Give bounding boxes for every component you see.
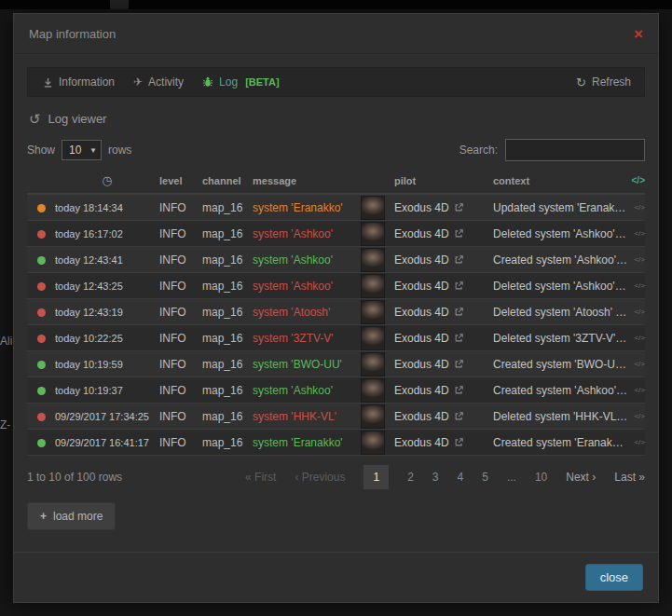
log-table: ◷ level channel message pilot context </… <box>27 171 645 456</box>
search-control: Search: <box>459 139 645 161</box>
row-code-icon[interactable]: </> <box>628 229 645 238</box>
dialog-footer: close <box>14 552 658 602</box>
code-icon: </> <box>628 175 645 185</box>
table-row: today 10:22:25INFOmap_16system '3ZTV-V'E… <box>27 325 645 351</box>
pilot-name: Exodus 4D <box>389 280 493 293</box>
row-code-icon[interactable]: </> <box>628 334 645 342</box>
load-more-label: load more <box>53 510 103 523</box>
row-code-icon[interactable]: </> <box>628 281 645 290</box>
tab-information[interactable]: Information <box>34 68 124 96</box>
log-level: INFO <box>159 332 202 345</box>
share-icon <box>455 438 463 446</box>
log-message: system '3ZTV-V' <box>253 332 361 345</box>
table-row: 09/29/2017 16:41:17INFOmap_16system 'Era… <box>27 430 645 456</box>
pagination-page-10[interactable]: 10 <box>535 471 547 484</box>
pagination-last[interactable]: Last » <box>614 471 645 484</box>
bug-icon <box>202 76 213 88</box>
pagination-page-3[interactable]: 3 <box>432 471 439 484</box>
background-topbar <box>0 0 672 9</box>
status-dot <box>27 253 55 267</box>
pilot-avatar <box>361 248 389 272</box>
row-code-icon[interactable]: </> <box>628 308 645 316</box>
row-code-icon[interactable]: </> <box>628 255 645 264</box>
history-icon: ↺ <box>29 112 41 126</box>
pilot-avatar <box>361 300 389 324</box>
pagination-first[interactable]: « First <box>245 471 276 484</box>
page-background: Ali Z- Map information × Information ✈ A… <box>0 0 672 616</box>
page-size-control: Show 10 ▼ rows <box>27 140 131 160</box>
header-level[interactable]: level <box>159 175 202 186</box>
log-level: INFO <box>159 280 202 293</box>
pagination-next[interactable]: Next › <box>566 471 596 484</box>
pagination-page-5[interactable]: 5 <box>482 471 488 484</box>
log-time: today 16:17:02 <box>55 228 159 240</box>
load-more-row: + load more <box>27 502 645 530</box>
log-context: Deleted system 'Atoosh' #… <box>493 306 628 319</box>
header-message[interactable]: message <box>253 175 361 186</box>
share-icon <box>455 412 463 420</box>
log-context: Created system 'Ashkoo' … <box>493 384 628 397</box>
log-level: INFO <box>159 410 202 423</box>
status-dot <box>27 227 55 240</box>
pilot-name: Exodus 4D <box>389 306 493 319</box>
close-icon[interactable]: × <box>634 26 643 42</box>
background-topbar-chip <box>110 0 129 9</box>
share-icon <box>455 308 463 316</box>
log-context: Deleted system '3ZTV-V' #… <box>493 332 628 345</box>
pilot-avatar <box>361 404 389 429</box>
header-channel[interactable]: channel <box>202 175 253 186</box>
table-row: today 12:43:25INFOmap_16system 'Ashkoo'E… <box>27 273 645 299</box>
status-dot <box>27 436 55 449</box>
pagination-page-4[interactable]: 4 <box>458 471 464 484</box>
log-message: system 'Eranakko' <box>253 436 361 449</box>
log-channel: map_16 <box>202 201 253 214</box>
log-time: 09/29/2017 17:34:25 <box>55 411 159 422</box>
row-code-icon[interactable]: </> <box>628 386 645 394</box>
close-button[interactable]: close <box>585 564 643 591</box>
log-time: today 12:43:19 <box>55 307 159 318</box>
table-row: today 10:19:37INFOmap_16system 'Ashkoo'E… <box>27 377 645 404</box>
background-text-fragment: Z- <box>0 418 14 431</box>
pilot-name: Exodus 4D <box>389 436 493 449</box>
share-icon <box>455 281 463 290</box>
log-channel: map_16 <box>202 358 253 371</box>
log-message: system 'Ashkoo' <box>253 227 361 240</box>
table-controls: Show 10 ▼ rows Search: <box>27 139 645 161</box>
load-more-button[interactable]: + load more <box>27 502 116 530</box>
header-context[interactable]: context <box>493 175 628 186</box>
dialog-header: Map information × <box>14 14 658 54</box>
pagination-previous[interactable]: ‹ Previous <box>295 471 345 484</box>
row-code-icon[interactable]: </> <box>628 360 645 368</box>
status-dot <box>27 358 55 371</box>
pilot-name: Exodus 4D <box>389 253 493 267</box>
refresh-icon: ↻ <box>576 75 586 89</box>
log-table-header: ◷ level channel message pilot context </… <box>27 171 645 195</box>
log-level: INFO <box>159 253 202 267</box>
pagination-page-2[interactable]: 2 <box>407 471 414 484</box>
pilot-name: Exodus 4D <box>389 410 493 423</box>
log-context: Deleted system 'Ashkoo' … <box>493 280 628 293</box>
pagination-page-1[interactable]: 1 <box>363 465 389 489</box>
tab-activity[interactable]: ✈ Activity <box>124 68 193 96</box>
row-code-icon[interactable]: </> <box>628 412 645 420</box>
pilot-name: Exodus 4D <box>389 227 493 240</box>
tab-bar: Information ✈ Activity Log [BETA] ↻ Refr… <box>27 67 645 97</box>
log-message: system 'Atoosh' <box>253 306 361 319</box>
refresh-button[interactable]: ↻ Refresh <box>569 75 638 89</box>
dialog-body: Information ✈ Activity Log [BETA] ↻ Refr… <box>14 54 658 552</box>
row-code-icon[interactable]: </> <box>628 203 645 212</box>
log-message: system 'BWO-UU' <box>253 358 361 371</box>
log-message: system 'Ashkoo' <box>253 384 361 397</box>
tab-log[interactable]: Log [BETA] <box>193 68 289 96</box>
table-row: today 18:14:34INFOmap_16system 'Eranakko… <box>27 195 645 221</box>
header-pilot[interactable]: pilot <box>389 175 493 186</box>
log-time: today 10:19:37 <box>55 385 159 396</box>
clock-icon: ◷ <box>55 173 159 187</box>
status-dot <box>27 201 55 214</box>
show-label: Show <box>27 144 55 157</box>
search-input[interactable] <box>505 139 645 161</box>
row-code-icon[interactable]: </> <box>628 438 645 446</box>
share-icon <box>455 255 463 264</box>
page-size-select[interactable]: 10 <box>62 140 102 160</box>
log-level: INFO <box>159 436 202 449</box>
